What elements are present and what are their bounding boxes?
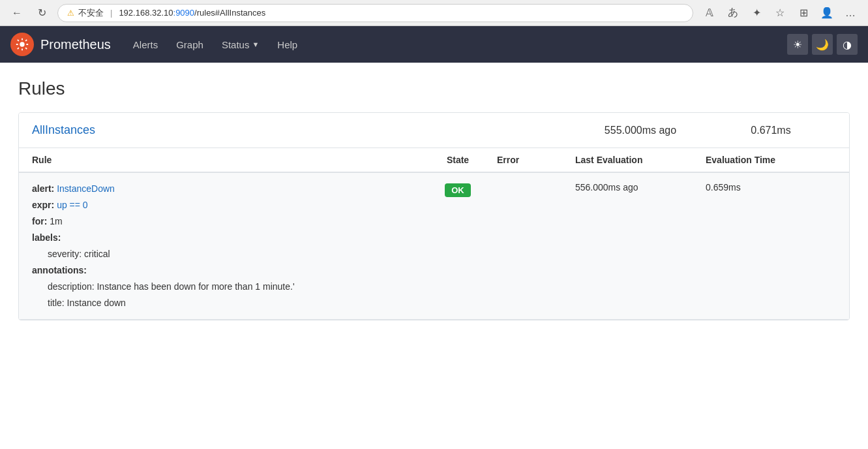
theme-dark-button[interactable]: 🌙 xyxy=(812,34,833,55)
favorites-button[interactable]: ☆ xyxy=(770,3,790,23)
rule-for-line: for: 1m xyxy=(32,215,419,228)
translate-button[interactable]: あ xyxy=(723,3,743,23)
url-insecure-label: 不安全 xyxy=(78,7,104,19)
rule-annotations-line: annotations: xyxy=(32,264,419,277)
alert-key-label: alert: xyxy=(32,183,54,194)
back-button[interactable]: ← xyxy=(8,4,26,22)
brand-title: Prometheus xyxy=(40,37,111,52)
rule-annotation-desc-line: description: Instance has been down for … xyxy=(32,280,419,294)
main-content: Rules AllInstances 555.000ms ago 0.671ms… xyxy=(0,63,868,449)
th-error: Error xyxy=(497,155,575,165)
severity-value: severity: critical xyxy=(48,249,110,259)
navbar-right: ☀ 🌙 ◑ xyxy=(787,34,858,55)
url-host: 192.168.32.10 xyxy=(119,8,173,18)
th-state: State xyxy=(419,155,497,165)
for-value: 1m xyxy=(50,216,62,226)
group-evaluation-time: 0.671ms xyxy=(706,125,836,136)
rule-alert-line: alert: InstanceDown xyxy=(32,182,419,196)
rules-container: AllInstances 555.000ms ago 0.671ms Rule … xyxy=(18,112,850,320)
browser-toolbar-icons: 𝔸 あ ✦ ☆ ⊞ 👤 … xyxy=(700,3,860,23)
svg-point-0 xyxy=(20,42,24,46)
rule-last-evaluation-cell: 556.000ms ago xyxy=(575,182,706,193)
last-evaluation-value: 556.000ms ago xyxy=(575,182,638,193)
page-title: Rules xyxy=(18,78,850,99)
evaluation-time-value: 0.659ms xyxy=(706,182,741,193)
rule-annotation-title-line: title: Instance down xyxy=(32,296,419,310)
nav-status-label: Status xyxy=(222,39,250,50)
rule-evaluation-time-cell: 0.659ms xyxy=(706,182,836,193)
browser-chrome: ← ↻ ⚠ 不安全 | 192.168.32.10:9090/rules#All… xyxy=(0,0,868,26)
annotation-desc-value: description: Instance has been down for … xyxy=(48,281,295,292)
for-key-label: for: xyxy=(32,216,47,226)
dropdown-chevron-icon: ▼ xyxy=(252,40,259,48)
read-aloud-button[interactable]: 𝔸 xyxy=(700,3,719,23)
expr-value-link[interactable]: up == 0 xyxy=(57,200,88,210)
nav-status-dropdown[interactable]: Status ▼ xyxy=(213,27,268,62)
rule-expr-line: expr: up == 0 xyxy=(32,198,419,212)
rule-labels-line: labels: xyxy=(32,231,419,245)
navbar: Prometheus Alerts Graph Status ▼ Help ☀ … xyxy=(0,26,868,63)
annotations-key-label: annotations: xyxy=(32,265,87,275)
expr-key-label: expr: xyxy=(32,200,54,210)
nav-alerts[interactable]: Alerts xyxy=(124,27,167,62)
state-ok-badge: OK xyxy=(445,183,471,197)
profile-button[interactable]: 👤 xyxy=(817,3,837,23)
nav-help[interactable]: Help xyxy=(268,27,307,62)
theme-auto-button[interactable]: ◑ xyxy=(837,34,858,55)
rule-state-cell: OK xyxy=(419,182,497,197)
main-nav: Alerts Graph Status ▼ Help xyxy=(124,27,787,62)
url-path: /rules#AllInstances xyxy=(194,8,265,18)
url-port: :9090 xyxy=(173,8,195,18)
collections-button[interactable]: ⊞ xyxy=(794,3,813,23)
alert-value-link[interactable]: InstanceDown xyxy=(57,183,115,194)
settings-menu-button[interactable]: … xyxy=(841,3,860,23)
nav-graph[interactable]: Graph xyxy=(167,27,213,62)
rule-details: alert: InstanceDown expr: up == 0 for: 1… xyxy=(32,182,419,310)
security-warning-icon: ⚠ xyxy=(67,8,74,18)
group-name-link[interactable]: AllInstances xyxy=(32,123,575,137)
rule-severity-line: severity: critical xyxy=(32,247,419,261)
table-headers: Rule State Error Last Evaluation Evaluat… xyxy=(19,148,849,173)
th-rule: Rule xyxy=(32,155,419,165)
theme-light-button[interactable]: ☀ xyxy=(787,34,808,55)
labels-key-label: labels: xyxy=(32,232,61,243)
group-header: AllInstances 555.000ms ago 0.671ms xyxy=(19,113,849,148)
browser-tip-button[interactable]: ✦ xyxy=(747,3,766,23)
url-separator: | xyxy=(110,8,112,18)
th-evaluation-time: Evaluation Time xyxy=(706,155,836,165)
brand-logo xyxy=(10,33,34,56)
url-display: 192.168.32.10:9090/rules#AllInstances xyxy=(119,8,265,18)
th-last-evaluation: Last Evaluation xyxy=(575,155,706,165)
brand-link[interactable]: Prometheus xyxy=(10,33,111,56)
group-last-evaluation: 555.000ms ago xyxy=(575,125,706,136)
reload-button[interactable]: ↻ xyxy=(33,4,51,22)
annotation-title-value: title: Instance down xyxy=(48,298,126,308)
address-bar[interactable]: ⚠ 不安全 | 192.168.32.10:9090/rules#AllInst… xyxy=(57,4,693,22)
table-row: alert: InstanceDown expr: up == 0 for: 1… xyxy=(19,173,849,320)
